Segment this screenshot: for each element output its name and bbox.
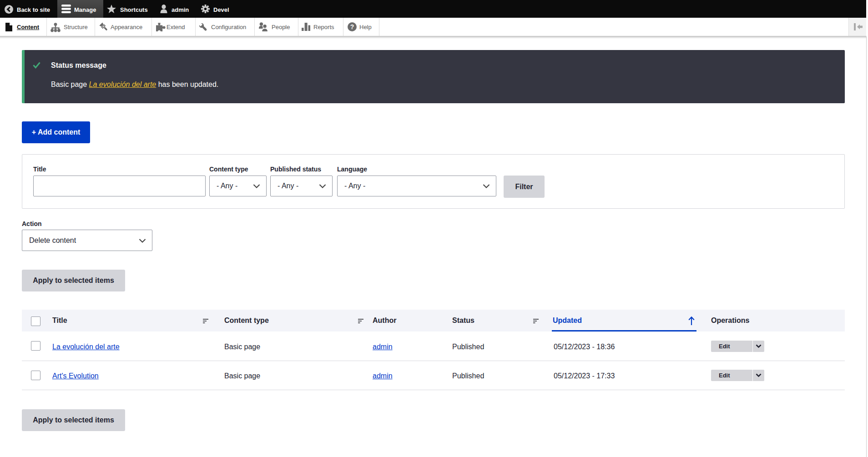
svg-text:?: ?: [350, 23, 354, 30]
